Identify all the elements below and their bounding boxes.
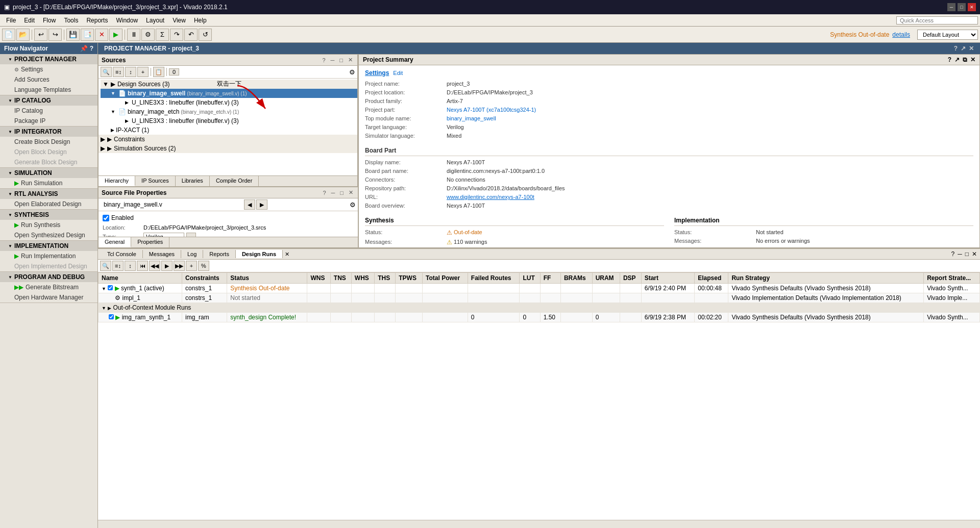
sfp-forward-button[interactable]: ▶	[256, 199, 267, 210]
reset-button[interactable]: ↺	[199, 29, 212, 41]
nav-section-title-ip-catalog[interactable]: ▼ IP CATALOG	[0, 95, 97, 106]
sources-minimize-icon[interactable]: ─	[329, 57, 336, 64]
constraints-header[interactable]: ▶ ▶ Constraints	[99, 135, 357, 144]
maximize-button[interactable]: □	[958, 3, 966, 11]
sfp-gear-icon[interactable]: ⚙	[350, 201, 356, 209]
sfp-close-icon[interactable]: ✕	[347, 189, 355, 196]
close-button[interactable]: ✕	[968, 3, 976, 11]
step-button[interactable]: ↷	[170, 29, 183, 41]
tab-design-runs[interactable]: Design Runs	[236, 250, 283, 258]
dr-delete-button[interactable]: %	[198, 261, 209, 271]
dr-close-icon[interactable]: ✕	[972, 250, 977, 258]
table-row-imgram[interactable]: ▶ img_ram_synth_1 img_ram synth_design C…	[99, 313, 980, 322]
nav-section-title-project-manager[interactable]: ▼ PROJECT MANAGER	[0, 54, 97, 64]
layout-dropdown[interactable]: Default Layout	[917, 30, 978, 40]
ps-restore-icon[interactable]: ↗	[954, 56, 960, 63]
nav-section-title-synthesis[interactable]: ▼ SYNTHESIS	[0, 210, 97, 220]
dr-question-icon[interactable]: ?	[951, 250, 955, 258]
nav-item-settings[interactable]: ⚙ Settings	[0, 64, 97, 74]
sfp-maximize-icon[interactable]: □	[338, 189, 345, 196]
dr-tabs-close-icon[interactable]: ✕	[285, 251, 289, 258]
run-button[interactable]: ▶	[109, 29, 122, 41]
sources-sort-button[interactable]: ↕	[125, 67, 136, 77]
flow-nav-question-icon[interactable]: ?	[90, 45, 93, 52]
nav-section-title-simulation[interactable]: ▼ SIMULATION	[0, 168, 97, 178]
nav-item-language-templates[interactable]: Language Templates	[0, 85, 97, 95]
pm-question-icon[interactable]: ?	[954, 45, 958, 52]
save-button[interactable]: 💾	[66, 29, 80, 41]
sources-maximize-icon[interactable]: □	[338, 57, 345, 64]
ps-val-url[interactable]: www.digilentinc.com/nexys-a7-100t	[447, 194, 534, 200]
nav-item-run-implementation[interactable]: ▶ Run Implementation	[0, 251, 97, 261]
sources-compile-button[interactable]: 📋	[153, 67, 164, 77]
sfp-type-input[interactable]	[143, 233, 184, 237]
dr-sort-button[interactable]: ↕	[125, 261, 136, 271]
dr-search-button[interactable]: 🔍	[100, 261, 111, 271]
ps-val-top[interactable]: binary_image_swell	[447, 115, 496, 121]
sfp-question-icon[interactable]: ?	[321, 189, 327, 196]
dr-maximize-icon[interactable]: □	[965, 250, 969, 258]
tree-item-line3x3-2[interactable]: ▶ U_LINE3X3 : linebuffer (linebuffer.v) …	[101, 116, 357, 125]
sfp-minimize-icon[interactable]: ─	[330, 189, 337, 196]
undo-button[interactable]: ↩	[34, 29, 47, 41]
new-file-button[interactable]: 📄	[2, 29, 15, 41]
details-link[interactable]: details	[892, 31, 910, 38]
tab-log[interactable]: Log	[181, 250, 203, 258]
simulation-sources-header[interactable]: ▶ ▶ Simulation Sources (2)	[99, 144, 357, 153]
menu-edit[interactable]: Edit	[20, 16, 39, 25]
tree-item-ipxact[interactable]: ▶ IP-XACT (1)	[101, 125, 357, 135]
menu-view[interactable]: View	[168, 16, 190, 25]
sources-filter-button[interactable]: ≡↕	[113, 67, 124, 77]
nav-item-generate-block-design[interactable]: Generate Block Design	[0, 157, 97, 167]
menu-help[interactable]: Help	[190, 16, 211, 25]
sources-close-icon[interactable]: ✕	[347, 56, 354, 64]
nav-item-create-block-design[interactable]: Create Block Design	[0, 137, 97, 147]
open-button[interactable]: 📂	[16, 29, 30, 41]
redo-button[interactable]: ↪	[48, 29, 62, 41]
pm-close-icon[interactable]: ✕	[969, 45, 974, 52]
step2-button[interactable]: ↶	[184, 29, 198, 41]
save-all-button[interactable]: 📑	[81, 29, 94, 41]
ps-float-icon[interactable]: ⧉	[963, 56, 967, 63]
tab-compile-order[interactable]: Compile Order	[210, 176, 259, 186]
dr-minimize-icon[interactable]: ─	[958, 250, 962, 258]
pm-restore-icon[interactable]: ↗	[961, 45, 966, 52]
sfp-enabled-checkbox[interactable]	[103, 215, 109, 221]
tab-messages[interactable]: Messages	[143, 250, 181, 258]
tab-hierarchy[interactable]: Hierarchy	[99, 176, 135, 186]
nav-item-open-synthesized[interactable]: Open Synthesized Design	[0, 230, 97, 240]
nav-section-title-rtl[interactable]: ▼ RTL ANALYSIS	[0, 189, 97, 199]
dr-filter-button[interactable]: ≡↕	[112, 261, 124, 271]
nav-section-title-ip-integrator[interactable]: ▼ IP INTEGRATOR	[0, 127, 97, 137]
sigma-button[interactable]: Σ	[156, 29, 169, 41]
dr-play-button[interactable]: ▶	[161, 261, 173, 271]
nav-item-generate-bitstream[interactable]: ▶▶ Generate Bitstream	[0, 282, 97, 292]
nav-section-title-impl[interactable]: ▼ IMPLEMENTATION	[0, 241, 97, 251]
menu-layout[interactable]: Layout	[142, 16, 168, 25]
cancel-button[interactable]: ✕	[95, 29, 108, 41]
title-bar-controls[interactable]: ─ □ ✕	[947, 3, 976, 11]
sfp-type-more-button[interactable]: ···	[186, 233, 196, 237]
nav-item-run-synthesis[interactable]: ▶ Run Synthesis	[0, 220, 97, 230]
nav-item-open-elaborated[interactable]: Open Elaborated Design	[0, 199, 97, 209]
pause-button[interactable]: ⏸	[127, 29, 140, 41]
imgram-check[interactable]	[109, 314, 114, 319]
sources-add-button[interactable]: +	[137, 67, 149, 77]
ps-question-icon[interactable]: ?	[948, 56, 951, 63]
nav-section-title-prog[interactable]: ▼ PROGRAM AND DEBUG	[0, 272, 97, 282]
flow-nav-pin-icon[interactable]: 📌	[80, 45, 88, 52]
menu-flow[interactable]: Flow	[39, 16, 60, 25]
ps-close-icon[interactable]: ✕	[970, 56, 975, 63]
edit-link[interactable]: Edit	[393, 70, 403, 76]
nav-item-open-hardware-manager[interactable]: Open Hardware Manager	[0, 292, 97, 303]
nav-item-open-block-design[interactable]: Open Block Design	[0, 147, 97, 157]
table-row-impl1[interactable]: ▼ ⚙ impl_1 constrs_1 Not started	[99, 293, 980, 303]
dr-add-button[interactable]: +	[186, 261, 197, 271]
sources-gear-icon[interactable]: ⚙	[349, 68, 355, 76]
tab-ip-sources[interactable]: IP Sources	[135, 176, 176, 186]
quick-access-input[interactable]	[896, 16, 978, 24]
sources-search-button[interactable]: 🔍	[101, 67, 112, 77]
tree-item-line3x3-1[interactable]: ▶ U_LINE3X3 : linebuffer (linebuffer.v) …	[101, 98, 357, 107]
settings-button[interactable]: ⚙	[141, 29, 155, 41]
synth1-check[interactable]	[108, 285, 113, 290]
